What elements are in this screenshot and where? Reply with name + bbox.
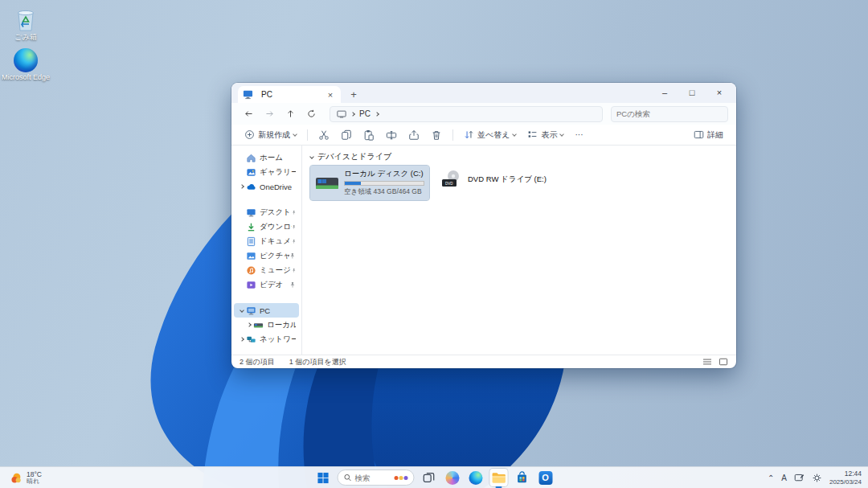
sidebar-item-home[interactable]: ホーム [234,150,299,165]
store-button[interactable] [514,469,531,486]
sidebar-item-label: PC [260,306,270,315]
more-button[interactable]: ··· [570,126,588,144]
sidebar-item-downloads[interactable]: ダウンロード [234,219,299,234]
breadcrumb-pc[interactable]: PC [359,109,371,118]
details-pane-label: 詳細 [707,129,723,141]
file-explorer-icon [492,472,506,484]
address-bar[interactable]: PC [330,106,603,122]
desktop-icon-edge[interactable]: Microsoft Edge [0,48,51,82]
sort-button[interactable]: 並べ替え [459,126,521,144]
downloads-icon [246,222,256,232]
sidebar-item-local-disk[interactable]: ローカル ディスク [241,318,299,332]
task-view-button[interactable] [420,469,438,486]
tab-title: PC [261,90,272,99]
explorer-search[interactable] [611,106,728,122]
chevron-right-icon[interactable] [247,322,252,327]
chevron-right-icon[interactable] [240,337,244,342]
sidebar-item-pictures[interactable]: ピクチャ [234,248,299,263]
start-button[interactable] [314,469,332,486]
sidebar-item-label: ギャラリー [260,167,296,178]
up-button[interactable] [281,105,299,123]
sidebar-item-label: ピクチャ [260,251,289,261]
paste-button[interactable] [358,126,379,144]
new-tab-button[interactable]: + [346,86,362,102]
clock[interactable]: 12:44 2025/03/24 [829,470,862,486]
rename-button[interactable] [381,126,402,144]
drive-name: DVD RW ドライブ (E:) [468,174,547,185]
file-explorer-window: PC × + – □ × PC [231,83,736,368]
copy-button[interactable] [336,126,357,144]
share-button[interactable] [403,126,424,144]
videos-icon [246,280,256,290]
sidebar-item-onedrive[interactable]: OneDrive [234,179,299,194]
ime-indicator[interactable]: A [781,474,787,482]
system-tray: ⌃ A 12:44 2025/03/24 [766,467,863,488]
drive-icon [253,320,264,330]
sidebar-item-label: ホーム [260,153,283,163]
pc-icon [246,306,256,316]
tab-pc[interactable]: PC × [238,86,341,103]
search-icon [344,474,352,482]
sidebar-item-music[interactable]: ミュージック [234,263,299,277]
outlook-icon: O [538,471,552,485]
sidebar-item-documents[interactable]: ドキュメント [234,234,299,248]
view-icon [527,129,538,140]
taskbar-search-input[interactable] [355,474,391,482]
pictures-icon [246,251,256,261]
group-header-devices[interactable]: デバイスとドライブ [310,151,728,162]
back-icon [244,109,254,119]
toolbar-separator [452,129,453,141]
chevron-right-icon[interactable] [240,184,244,189]
cut-button[interactable] [313,126,334,144]
sort-icon [464,129,474,140]
taskbar-search[interactable] [338,470,415,486]
network-icon [246,334,256,345]
hidden-icons-chevron[interactable]: ⌃ [768,474,774,482]
sidebar-item-label: ミュージック [260,265,292,276]
hard-drive-icon [315,173,339,194]
delete-button[interactable] [426,126,447,144]
gallery-icon [246,167,256,178]
sidebar-item-pc[interactable]: PC [234,303,299,318]
sidebar-item-gallery[interactable]: ギャラリー [234,165,299,179]
file-explorer-button[interactable] [490,469,508,486]
details-pane-button[interactable]: 詳細 [689,126,728,144]
new-button[interactable]: 新規作成 [240,126,301,144]
toolbar-separator [307,129,308,141]
up-icon [285,109,296,119]
minimize-button[interactable]: – [651,83,678,102]
drive-tile-dvd-rw-e[interactable]: DVD DVD RW ドライブ (E:) [436,166,551,193]
view-button-label: 表示 [541,129,557,141]
chevron-down-icon[interactable] [240,308,244,313]
forward-icon [264,109,275,119]
large-icons-view-icon[interactable] [719,358,728,366]
sidebar-item-label: ネットワーク [260,334,296,345]
desktop-icon [246,207,256,218]
sidebar-item-network[interactable]: ネットワーク [234,332,299,347]
desktop-icon-recycle-bin[interactable]: ごみ箱 [0,6,51,42]
sidebar-item-desktop[interactable]: デスクトップ [234,205,299,219]
settings-gear-icon[interactable] [812,473,822,483]
view-button[interactable]: 表示 [522,126,568,144]
pin-icon [289,252,296,260]
explorer-search-input[interactable] [616,109,723,118]
close-button[interactable]: × [706,83,733,102]
chevron-down-icon[interactable] [309,154,314,159]
copilot-button[interactable] [444,469,461,486]
details-view-icon[interactable] [702,358,712,366]
sidebar-item-videos[interactable]: ビデオ [234,277,299,292]
pin-icon [292,238,296,245]
pc-icon [337,109,346,119]
pen-touch-icon[interactable] [794,473,805,483]
refresh-button[interactable] [302,105,320,123]
drive-tile-local-disk-c[interactable]: ローカル ディスク (C:) 空き領域 434 GB/464 GB [310,166,429,200]
forward-button[interactable] [260,105,278,123]
outlook-button[interactable]: O [537,469,555,486]
tab-close-icon[interactable]: × [325,90,336,100]
task-view-icon [423,471,436,484]
widgets-button[interactable]: 18°C 晴れ [5,467,47,488]
edge-button[interactable] [467,469,485,486]
group-header-label: デバイスとドライブ [317,151,391,162]
maximize-button[interactable]: □ [678,83,706,102]
back-button[interactable] [240,105,257,123]
